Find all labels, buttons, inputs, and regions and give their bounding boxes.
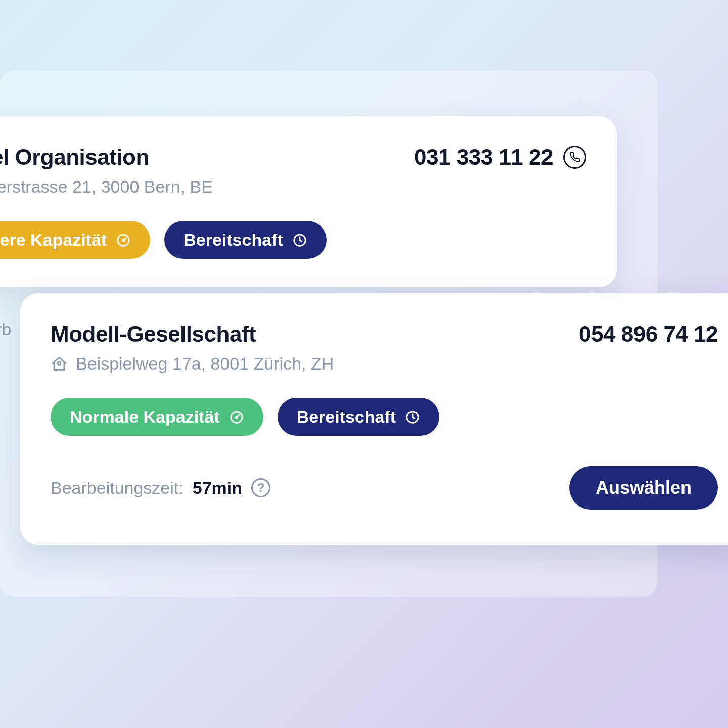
organization-card-1: spiel Organisation 031 333 11 22 Musters… <box>0 116 617 287</box>
svg-point-1 <box>122 239 124 241</box>
card-header: spiel Organisation 031 333 11 22 <box>0 145 586 170</box>
phone-wrap: 054 896 74 12 <box>579 322 718 347</box>
organization-name: spiel Organisation <box>0 145 149 170</box>
address-text: Beispielweg 17a, 8001 Zürich, ZH <box>76 354 334 374</box>
readiness-badge: Bereitschaft <box>164 221 327 259</box>
select-button[interactable]: Auswählen <box>569 466 718 510</box>
processing-row: Bearbeitungszeit: 57min ? Auswählen <box>51 466 718 510</box>
organization-card-2: Modell-Gesellschaft 054 896 74 12 Beispi… <box>20 293 728 545</box>
phone-wrap: 031 333 11 22 <box>414 145 586 170</box>
address-row: Beispielweg 17a, 8001 Zürich, ZH <box>51 354 718 374</box>
processing-label: Bearbeitungszeit: <box>51 478 184 498</box>
pill-row: ittlere Kapazität Bereitschaft <box>0 221 586 259</box>
readiness-label: Bereitschaft <box>297 407 396 427</box>
home-icon <box>51 355 68 373</box>
readiness-badge: Bereitschaft <box>278 398 440 436</box>
capacity-label: ittlere Kapazität <box>0 230 107 250</box>
processing-text: Bearbeitungszeit: 57min ? <box>51 478 270 498</box>
readiness-label: Bereitschaft <box>184 230 283 250</box>
gauge-icon <box>229 410 244 425</box>
address-row: Musterstrasse 21, 3000 Bern, BE <box>0 177 586 197</box>
gauge-icon <box>116 233 131 248</box>
capacity-badge-medium: ittlere Kapazität <box>0 221 150 259</box>
phone-icon[interactable] <box>563 146 586 169</box>
capacity-label: Normale Kapazität <box>70 407 220 427</box>
organization-name: Modell-Gesellschaft <box>51 322 256 347</box>
card-header: Modell-Gesellschaft 054 896 74 12 <box>51 322 718 347</box>
clipped-text-fragment: rb <box>0 320 11 339</box>
clock-icon <box>405 410 420 425</box>
capacity-badge-normal: Normale Kapazität <box>51 398 263 436</box>
phone-number: 054 896 74 12 <box>579 322 718 347</box>
svg-point-4 <box>236 416 238 418</box>
phone-number: 031 333 11 22 <box>414 145 553 170</box>
clock-icon <box>292 233 307 248</box>
help-icon[interactable]: ? <box>251 478 270 497</box>
pill-row: Normale Kapazität Bereitschaft <box>51 398 718 436</box>
processing-value: 57min <box>193 478 242 498</box>
address-text: Musterstrasse 21, 3000 Bern, BE <box>0 177 213 197</box>
